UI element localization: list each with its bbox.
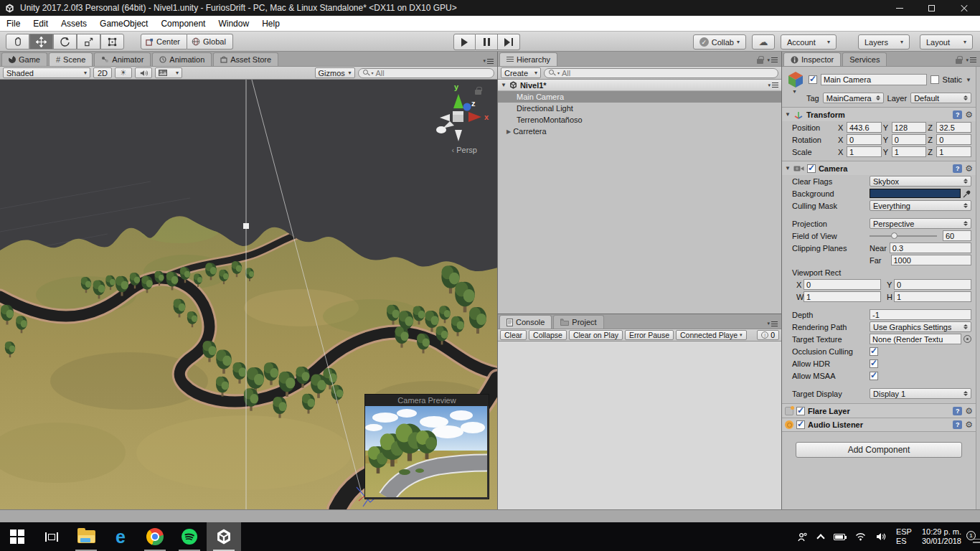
volume-icon[interactable] [876,532,886,541]
console-clear-on-play-button[interactable]: Clear on Play [569,330,623,340]
audio-listener-component-header[interactable]: Audio Listener ? ⚙ [782,418,976,432]
task-view-button[interactable] [34,522,69,551]
gameobject-enabled-checkbox[interactable] [809,75,817,84]
step-button[interactable] [498,34,520,50]
help-icon[interactable]: ? [953,407,962,415]
allow-hdr-checkbox[interactable] [870,359,878,368]
fov-slider-knob[interactable] [891,232,897,239]
clear-flags-dropdown[interactable]: Skybox [870,176,971,187]
scale-x-field[interactable]: 1 [847,146,882,157]
rotation-y-field[interactable]: 0 [892,134,927,145]
camera-enabled-checkbox[interactable] [807,164,816,173]
menu-assets[interactable]: Assets [55,19,93,29]
collab-button[interactable]: ✓ Collab ▾ [693,34,746,50]
tag-dropdown[interactable]: MainCamera [823,93,884,103]
menu-component[interactable]: Component [154,19,212,29]
scene-root-row[interactable]: ▼ Nivel1* ▾ [498,80,781,91]
menu-gameobject[interactable]: GameObject [93,19,154,29]
menu-file[interactable]: File [0,19,27,29]
lighting-toggle-button[interactable]: ☀ [115,67,132,78]
create-dropdown[interactable]: Create▾ [501,67,541,78]
tray-expand-icon[interactable] [816,534,824,542]
position-x-field[interactable]: 443.6 [847,122,882,133]
start-button[interactable] [0,522,34,551]
far-clip-field[interactable]: 1000 [891,255,972,265]
fov-value-field[interactable]: 60 [943,230,971,241]
foldout-closed-icon[interactable]: ▶ [507,128,511,135]
near-clip-field[interactable]: 0.3 [890,242,971,253]
console-connected-player-dropdown[interactable]: Connected Playe▾ [676,330,747,340]
account-dropdown[interactable]: Account▾ [781,34,837,50]
gear-icon[interactable]: ⚙ [965,406,973,416]
inspector-scrollbar[interactable] [976,67,980,509]
clock[interactable]: 10:29 p. m.30/01/2018 [922,527,961,546]
maximize-button[interactable] [915,0,948,16]
viewport-h-field[interactable]: 1 [894,291,971,302]
projection-dropdown[interactable]: Perspective [870,218,971,229]
wifi-icon[interactable] [855,532,866,541]
scene-panel-menu-icon[interactable]: ▾ [483,58,494,64]
rect-tool-button[interactable] [100,34,124,50]
position-z-field[interactable]: 32.5 [936,122,971,133]
tab-inspector[interactable]: Inspector [783,52,841,66]
pause-button[interactable] [476,34,498,50]
occlusion-culling-checkbox[interactable] [870,347,878,356]
target-texture-field[interactable]: None (Render Textu [870,334,961,344]
depth-field[interactable]: -1 [870,309,971,320]
rotation-x-field[interactable]: 0 [847,134,882,145]
language-indicator[interactable]: ESPES [896,527,912,546]
flare-layer-component-header[interactable]: Flare Layer ? ⚙ [782,403,976,418]
scale-tool-button[interactable] [77,34,100,50]
edge-button[interactable]: e [103,522,138,551]
console-error-pause-button[interactable]: Error Pause [625,330,674,340]
viewport-x-field[interactable]: 0 [804,279,881,290]
viewport-y-field[interactable]: 0 [894,279,971,290]
2d-toggle-button[interactable]: 2D [93,67,112,78]
gameobject-cube-icon[interactable]: ▼ [786,70,805,89]
tab-services[interactable]: Services [842,52,887,66]
viewport-w-field[interactable]: 1 [804,291,881,302]
layout-dropdown[interactable]: Layout▾ [920,34,973,50]
hierarchy-item-carretera[interactable]: ▶ Carretera [498,126,781,137]
console-collapse-button[interactable]: Collapse [529,330,567,340]
help-icon[interactable]: ? [953,164,962,173]
culling-mask-dropdown[interactable]: Everything [870,200,971,211]
perspective-mode-label[interactable]: ‹Persp [452,146,477,154]
add-component-button[interactable]: Add Component [796,442,962,458]
fov-slider[interactable] [870,235,937,237]
flare-layer-enabled-checkbox[interactable] [796,407,805,415]
console-message-count-badge[interactable]: ! 0 [757,330,779,340]
tab-game[interactable]: Game [1,52,47,66]
rotation-z-field[interactable]: 0 [936,134,971,145]
inspector-lock-icon[interactable] [956,59,962,64]
hierarchy-item-directional-light[interactable]: Directional Light [498,103,781,114]
object-picker-icon[interactable] [963,335,971,343]
inspector-panel-menu-icon[interactable]: ▾ [966,57,976,63]
tab-console[interactable]: Console [499,315,552,329]
minimize-button[interactable] [883,0,915,16]
cloud-button[interactable]: ☁ [752,34,775,50]
audio-listener-enabled-checkbox[interactable] [796,420,805,429]
menu-help[interactable]: Help [255,19,286,29]
gear-icon[interactable]: ⚙ [965,110,973,120]
position-y-field[interactable]: 128 [892,122,927,133]
help-icon[interactable]: ? [953,110,962,119]
tab-scene[interactable]: # Scene [49,52,93,66]
tab-animator[interactable]: Animator [94,52,151,66]
close-button[interactable] [948,0,980,16]
scene-menu-icon[interactable]: ▾ [768,83,778,88]
tab-hierarchy[interactable]: Hierarchy [499,52,557,66]
spotify-button[interactable] [172,522,207,551]
allow-msaa-checkbox[interactable] [870,372,878,380]
draw-mode-dropdown[interactable]: Shaded▾ [3,67,90,78]
foldout-open-icon[interactable]: ▼ [501,82,507,88]
console-log-area[interactable] [498,342,781,509]
play-button[interactable] [453,34,476,50]
camera-component-header[interactable]: ▼ Camera ? ⚙ [782,161,976,175]
tab-project[interactable]: Project [553,315,603,329]
console-clear-button[interactable]: Clear [500,330,527,340]
move-tool-button[interactable] [29,34,53,50]
scene-orientation-gizmo[interactable]: y x z [425,84,491,150]
help-icon[interactable]: ? [953,420,962,429]
audio-toggle-button[interactable] [135,67,152,78]
